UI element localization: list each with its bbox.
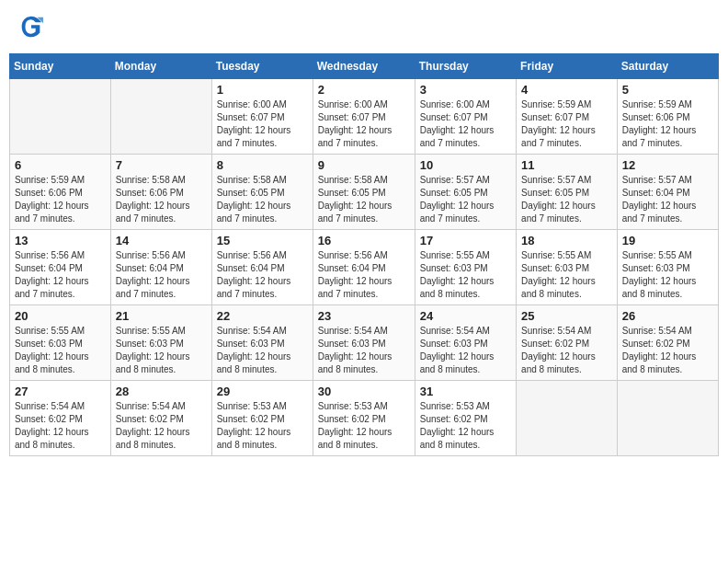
day-number: 1: [217, 83, 308, 97]
day-number: 20: [15, 309, 106, 323]
calendar-cell: 6Sunrise: 5:59 AMSunset: 6:06 PMDaylight…: [10, 155, 111, 230]
calendar-cell: [10, 79, 111, 155]
calendar-cell: [617, 381, 718, 456]
day-info: Sunrise: 5:59 AMSunset: 6:06 PMDaylight:…: [15, 174, 106, 225]
day-info: Sunrise: 6:00 AMSunset: 6:07 PMDaylight:…: [217, 98, 308, 150]
weekday-header-monday: Monday: [110, 54, 211, 79]
day-number: 19: [622, 234, 713, 247]
calendar-cell: 25Sunrise: 5:54 AMSunset: 6:02 PMDayligh…: [517, 305, 618, 381]
day-number: 3: [420, 83, 511, 97]
calendar-cell: 15Sunrise: 5:56 AMSunset: 6:04 PMDayligh…: [211, 230, 313, 305]
day-info: Sunrise: 5:56 AMSunset: 6:04 PMDaylight:…: [15, 249, 106, 301]
calendar-cell: 12Sunrise: 5:57 AMSunset: 6:04 PMDayligh…: [617, 155, 718, 230]
day-info: Sunrise: 6:00 AMSunset: 6:07 PMDaylight:…: [318, 98, 410, 150]
day-number: 27: [15, 385, 106, 398]
calendar-cell: [110, 79, 211, 155]
weekday-header-tuesday: Tuesday: [211, 54, 313, 79]
day-info: Sunrise: 5:59 AMSunset: 6:06 PMDaylight:…: [622, 98, 713, 150]
calendar-cell: 18Sunrise: 5:55 AMSunset: 6:03 PMDayligh…: [517, 230, 618, 305]
calendar-cell: 24Sunrise: 5:54 AMSunset: 6:03 PMDayligh…: [415, 305, 516, 381]
day-info: Sunrise: 5:57 AMSunset: 6:05 PMDaylight:…: [420, 174, 511, 225]
calendar-cell: 3Sunrise: 6:00 AMSunset: 6:07 PMDaylight…: [415, 79, 516, 155]
day-number: 4: [521, 83, 612, 97]
day-number: 6: [15, 158, 106, 172]
calendar-cell: 5Sunrise: 5:59 AMSunset: 6:06 PMDaylight…: [617, 79, 718, 155]
calendar-cell: 31Sunrise: 5:53 AMSunset: 6:02 PMDayligh…: [415, 381, 516, 456]
calendar-cell: 22Sunrise: 5:54 AMSunset: 6:03 PMDayligh…: [211, 305, 313, 381]
day-number: 26: [622, 309, 713, 323]
day-info: Sunrise: 5:53 AMSunset: 6:02 PMDaylight:…: [217, 400, 308, 452]
weekday-header-saturday: Saturday: [617, 54, 718, 79]
weekday-header-thursday: Thursday: [415, 54, 516, 79]
day-info: Sunrise: 5:57 AMSunset: 6:05 PMDaylight:…: [521, 174, 612, 225]
day-info: Sunrise: 5:54 AMSunset: 6:02 PMDaylight:…: [15, 400, 106, 452]
day-info: Sunrise: 5:54 AMSunset: 6:02 PMDaylight:…: [116, 400, 207, 452]
day-number: 30: [318, 385, 410, 398]
calendar-cell: 28Sunrise: 5:54 AMSunset: 6:02 PMDayligh…: [110, 381, 211, 456]
day-number: 11: [521, 158, 612, 172]
calendar-cell: 19Sunrise: 5:55 AMSunset: 6:03 PMDayligh…: [617, 230, 718, 305]
calendar-cell: 9Sunrise: 5:58 AMSunset: 6:05 PMDaylight…: [313, 155, 415, 230]
calendar-cell: 27Sunrise: 5:54 AMSunset: 6:02 PMDayligh…: [10, 381, 111, 456]
day-number: 28: [116, 385, 207, 398]
day-info: Sunrise: 5:53 AMSunset: 6:02 PMDaylight:…: [318, 400, 410, 452]
day-number: 31: [420, 385, 511, 398]
calendar-week-1: 1Sunrise: 6:00 AMSunset: 6:07 PMDaylight…: [10, 79, 719, 155]
weekday-header-friday: Friday: [517, 54, 618, 79]
day-info: Sunrise: 5:55 AMSunset: 6:03 PMDaylight:…: [420, 249, 511, 301]
calendar-week-2: 6Sunrise: 5:59 AMSunset: 6:06 PMDaylight…: [10, 155, 719, 230]
calendar-week-5: 27Sunrise: 5:54 AMSunset: 6:02 PMDayligh…: [10, 381, 719, 456]
day-number: 21: [116, 309, 207, 323]
day-info: Sunrise: 6:00 AMSunset: 6:07 PMDaylight:…: [420, 98, 511, 150]
calendar-cell: 13Sunrise: 5:56 AMSunset: 6:04 PMDayligh…: [10, 230, 111, 305]
day-number: 23: [318, 309, 410, 323]
calendar-cell: 17Sunrise: 5:55 AMSunset: 6:03 PMDayligh…: [415, 230, 516, 305]
calendar-cell: 2Sunrise: 6:00 AMSunset: 6:07 PMDaylight…: [313, 79, 415, 155]
day-number: 12: [622, 158, 713, 172]
day-info: Sunrise: 5:59 AMSunset: 6:07 PMDaylight:…: [521, 98, 612, 150]
day-number: 16: [318, 234, 410, 247]
page-header: [9, 9, 719, 44]
weekday-header-sunday: Sunday: [10, 54, 111, 79]
logo: [18, 14, 46, 40]
calendar-cell: 1Sunrise: 6:00 AMSunset: 6:07 PMDaylight…: [211, 79, 313, 155]
calendar-cell: 11Sunrise: 5:57 AMSunset: 6:05 PMDayligh…: [517, 155, 618, 230]
calendar-cell: 30Sunrise: 5:53 AMSunset: 6:02 PMDayligh…: [313, 381, 415, 456]
day-info: Sunrise: 5:55 AMSunset: 6:03 PMDaylight:…: [521, 249, 612, 301]
day-info: Sunrise: 5:58 AMSunset: 6:06 PMDaylight:…: [116, 174, 207, 225]
day-number: 22: [217, 309, 308, 323]
day-number: 9: [318, 158, 410, 172]
day-info: Sunrise: 5:53 AMSunset: 6:02 PMDaylight:…: [420, 400, 511, 452]
calendar-table: SundayMondayTuesdayWednesdayThursdayFrid…: [9, 53, 719, 456]
calendar-cell: 20Sunrise: 5:55 AMSunset: 6:03 PMDayligh…: [10, 305, 111, 381]
day-number: 25: [521, 309, 612, 323]
calendar-cell: 16Sunrise: 5:56 AMSunset: 6:04 PMDayligh…: [313, 230, 415, 305]
calendar-cell: 4Sunrise: 5:59 AMSunset: 6:07 PMDaylight…: [517, 79, 618, 155]
calendar-cell: 14Sunrise: 5:56 AMSunset: 6:04 PMDayligh…: [110, 230, 211, 305]
calendar-week-3: 13Sunrise: 5:56 AMSunset: 6:04 PMDayligh…: [10, 230, 719, 305]
day-info: Sunrise: 5:54 AMSunset: 6:03 PMDaylight:…: [318, 325, 410, 376]
day-info: Sunrise: 5:58 AMSunset: 6:05 PMDaylight:…: [318, 174, 410, 225]
day-number: 7: [116, 158, 207, 172]
day-info: Sunrise: 5:56 AMSunset: 6:04 PMDaylight:…: [116, 249, 207, 301]
day-info: Sunrise: 5:55 AMSunset: 6:03 PMDaylight:…: [622, 249, 713, 301]
day-number: 13: [15, 234, 106, 247]
day-number: 18: [521, 234, 612, 247]
day-number: 17: [420, 234, 511, 247]
day-info: Sunrise: 5:54 AMSunset: 6:02 PMDaylight:…: [622, 325, 713, 376]
day-info: Sunrise: 5:58 AMSunset: 6:05 PMDaylight:…: [217, 174, 308, 225]
day-number: 15: [217, 234, 308, 247]
calendar-cell: 26Sunrise: 5:54 AMSunset: 6:02 PMDayligh…: [617, 305, 718, 381]
day-info: Sunrise: 5:55 AMSunset: 6:03 PMDaylight:…: [15, 325, 106, 376]
day-info: Sunrise: 5:57 AMSunset: 6:04 PMDaylight:…: [622, 174, 713, 225]
weekday-header-row: SundayMondayTuesdayWednesdayThursdayFrid…: [10, 54, 719, 79]
day-number: 8: [217, 158, 308, 172]
calendar-cell: 21Sunrise: 5:55 AMSunset: 6:03 PMDayligh…: [110, 305, 211, 381]
day-info: Sunrise: 5:54 AMSunset: 6:03 PMDaylight:…: [420, 325, 511, 376]
day-number: 2: [318, 83, 410, 97]
day-number: 29: [217, 385, 308, 398]
calendar-week-4: 20Sunrise: 5:55 AMSunset: 6:03 PMDayligh…: [10, 305, 719, 381]
day-number: 5: [622, 83, 713, 97]
logo-icon: [18, 14, 44, 40]
day-info: Sunrise: 5:54 AMSunset: 6:03 PMDaylight:…: [217, 325, 308, 376]
